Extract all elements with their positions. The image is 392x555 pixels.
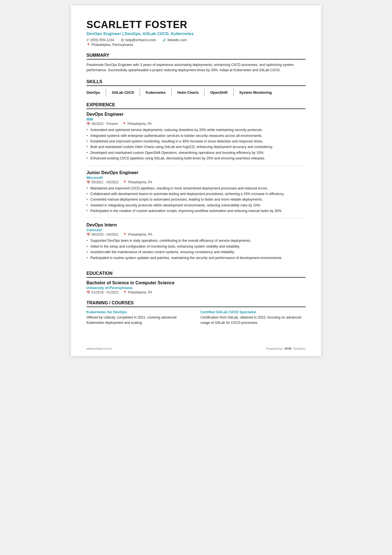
linkedin-value: linkedin.com xyxy=(167,38,187,42)
experience-entry: DevOps InternComcast 08/2020 - 04/2021 P… xyxy=(86,223,306,265)
education-title: EDUCATION xyxy=(86,271,306,278)
training-section: TRAINING / COURSES Kubernetes for DevOps… xyxy=(86,300,306,325)
calendar-icon xyxy=(86,233,90,236)
exp-dates: 06/2022 - Present xyxy=(91,122,118,126)
page-footer: www.enhancv.com Powered by Enhancv xyxy=(86,347,306,351)
phone-icon xyxy=(86,38,89,42)
edu-dates-item: 01/2018 - 01/2022 xyxy=(86,290,118,294)
bullet-item: Participated in routine system updates a… xyxy=(86,255,306,261)
exp-role: Junior DevOps Engineer xyxy=(86,170,306,175)
training-item-text: Offered by Udacity, completed in 2021, c… xyxy=(86,315,192,325)
resume-page: SCARLETT FOSTER DevOps Engineer | DevOps… xyxy=(71,6,321,356)
exp-bullets: Automated and optimized service deployme… xyxy=(86,127,306,161)
edu-school: University of Pennsylvania xyxy=(86,286,306,290)
edu-degree: Bachelor of Science in Computer Science xyxy=(86,280,306,285)
edu-location-icon xyxy=(123,290,127,294)
edu-location-item: Philadelphia, PA xyxy=(123,290,152,294)
email-icon xyxy=(121,38,124,42)
training-item: Certified GitLab CI/CD SpecialistCertifi… xyxy=(200,310,306,325)
skill-item: DevOps xyxy=(86,89,106,97)
bullet-item: Integrated systems with enterprise authe… xyxy=(86,133,306,139)
location-value: Philadelphia, Pennsylvania xyxy=(91,43,133,47)
phone-value: (555) 555-1234 xyxy=(90,38,114,42)
enhancv-branding: Powered by Enhancv xyxy=(266,347,306,351)
candidate-name: SCARLETT FOSTER xyxy=(86,19,306,31)
header: SCARLETT FOSTER DevOps Engineer | DevOps… xyxy=(86,19,306,47)
exp-meta: 08/2020 - 04/2021 Philadelphia, PA xyxy=(86,233,306,236)
summary-section: SUMMARY Passionate DevOps Engineer with … xyxy=(86,53,306,73)
exp-location-item: Philadelphia, PA xyxy=(122,122,152,126)
bullet-item: Enhanced existing CI/CD pipelines using … xyxy=(86,156,306,161)
calendar-icon xyxy=(86,180,90,184)
brand-name: Enhancv xyxy=(294,347,306,350)
pin-icon xyxy=(123,180,127,184)
exp-location-item: Philadelphia, PA xyxy=(123,180,152,184)
exp-dates-item: 06/2022 - Present xyxy=(86,122,118,126)
bullet-item: Developed and maintained custom OpenShif… xyxy=(86,150,306,156)
edu-calendar-icon xyxy=(86,290,90,294)
location-icon xyxy=(86,43,90,47)
experience-section: EXPERIENCE DevOps EngineerIBM 06/2022 - … xyxy=(86,102,306,265)
bullet-item: Converted manual deployment scripts to a… xyxy=(86,197,306,202)
exp-location: Philadelphia, PA xyxy=(128,180,152,184)
bullet-item: Built and maintained custom Helm Charts … xyxy=(86,144,306,150)
exp-bullets: Supported DevOps team in daily operation… xyxy=(86,238,306,261)
calendar-icon xyxy=(86,122,90,126)
skills-title: SKILLS xyxy=(86,79,306,86)
exp-bullets: Maintained and improved CI/CD pipelines,… xyxy=(86,186,306,214)
summary-title: SUMMARY xyxy=(86,53,306,60)
edu-dates: 01/2018 - 01/2022 xyxy=(91,290,118,294)
experience-entry: DevOps EngineerIBM 06/2022 - Present Phi… xyxy=(86,112,306,166)
summary-text: Passionate DevOps Engineer with 3 years … xyxy=(86,62,306,73)
exp-dates: 08/2020 - 04/2021 xyxy=(91,233,118,236)
bullet-item: Maintained and improved CI/CD pipelines,… xyxy=(86,186,306,191)
phone-contact: (555) 555-1234 xyxy=(86,38,114,42)
footer-website: www.enhancv.com xyxy=(86,347,112,350)
experience-title: EXPERIENCE xyxy=(86,102,306,109)
exp-dates-item: 08/2020 - 04/2021 xyxy=(86,233,118,236)
bullet-item: Supported DevOps team in daily operation… xyxy=(86,238,306,243)
pin-icon xyxy=(122,122,126,126)
bullet-item: Collaborated with development teams to a… xyxy=(86,191,306,197)
education-section: EDUCATION Bachelor of Science in Compute… xyxy=(86,271,306,294)
bullet-item: Assisted with the maintenance of version… xyxy=(86,250,306,255)
location-row: Philadelphia, Pennsylvania xyxy=(86,43,306,47)
edu-meta: 01/2018 - 01/2022 Philadelphia, PA xyxy=(86,290,306,294)
bullet-item: Established and improved system monitori… xyxy=(86,139,306,144)
email-contact: help@enhancv.com xyxy=(121,38,156,42)
training-grid: Kubernetes for DevOpsOffered by Udacity,… xyxy=(86,310,306,325)
exp-meta: 05/2021 - 05/2022 Philadelphia, PA xyxy=(86,180,306,184)
bullet-item: Automated and optimized service deployme… xyxy=(86,127,306,133)
enhancv-icon xyxy=(284,347,292,351)
skill-item: Helm Charts xyxy=(177,89,205,97)
exp-role: DevOps Engineer xyxy=(86,112,306,117)
email-value: help@enhancv.com xyxy=(125,38,156,42)
exp-location-item: Philadelphia, PA xyxy=(123,233,152,236)
training-item: Kubernetes for DevOpsOffered by Udacity,… xyxy=(86,310,192,325)
powered-by-label: Powered by xyxy=(266,347,282,350)
skills-row: DevOpsGitLab CI/CDKubernetesHelm ChartsO… xyxy=(86,89,306,97)
exp-company: IBM xyxy=(86,117,306,121)
exp-company: Microsoft xyxy=(86,176,306,180)
skills-section: SKILLS DevOpsGitLab CI/CDKubernetesHelm … xyxy=(86,79,306,97)
bullet-item: Participated in the creation of custom a… xyxy=(86,208,306,214)
exp-meta: 06/2022 - Present Philadelphia, PA xyxy=(86,122,306,126)
skill-item: GitLab CI/CD xyxy=(112,89,140,97)
skill-item: System Monitoring xyxy=(239,89,277,97)
exp-role: DevOps Intern xyxy=(86,223,306,228)
training-item-title: Certified GitLab CI/CD Specialist xyxy=(200,310,306,314)
bullet-item: Aided in the setup and configuration of … xyxy=(86,244,306,249)
linkedin-contact: linkedin.com xyxy=(162,38,187,42)
training-item-title: Kubernetes for DevOps xyxy=(86,310,192,314)
exp-dates: 05/2021 - 05/2022 xyxy=(91,180,118,184)
edu-location: Philadelphia, PA xyxy=(128,290,152,294)
training-title: TRAINING / COURSES xyxy=(86,300,306,307)
link-icon xyxy=(162,38,166,42)
education-entry: Bachelor of Science in Computer Science … xyxy=(86,280,306,294)
exp-location: Philadelphia, PA xyxy=(128,233,152,236)
pin-icon xyxy=(123,233,127,236)
contact-row: (555) 555-1234 help@enhancv.com linkedin… xyxy=(86,38,306,42)
exp-dates-item: 05/2021 - 05/2022 xyxy=(86,180,118,184)
experience-list: DevOps EngineerIBM 06/2022 - Present Phi… xyxy=(86,112,306,265)
skill-item: Kubernetes xyxy=(146,89,172,97)
